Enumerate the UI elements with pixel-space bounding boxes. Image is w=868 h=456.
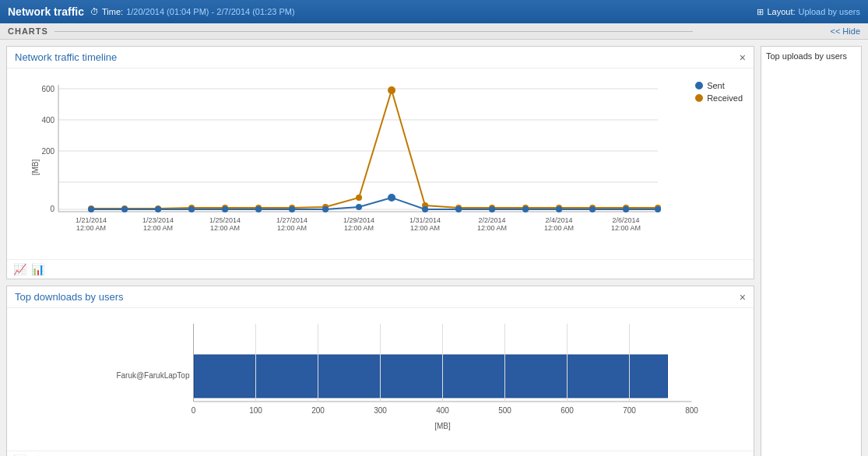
downloads-svg: Faruk@FarukLapTop 0 100 200 300 400 500 … bbox=[12, 316, 749, 440]
layout-link[interactable]: Upload by users bbox=[799, 7, 861, 16]
charts-bar: CHARTS << Hide bbox=[0, 23, 868, 40]
main-layout: Network traffic timeline × [MB] bbox=[0, 40, 868, 456]
right-panel-title: Top uploads by users bbox=[766, 51, 856, 61]
svg-text:2/2/2014: 2/2/2014 bbox=[479, 216, 506, 224]
svg-text:12:00 AM: 12:00 AM bbox=[344, 224, 374, 232]
svg-point-42 bbox=[489, 206, 495, 212]
timeline-chart-title: Network traffic timeline bbox=[15, 51, 117, 63]
svg-text:12:00 AM: 12:00 AM bbox=[544, 224, 574, 232]
hide-link[interactable]: << Hide bbox=[830, 26, 860, 36]
page-title: Network traffic bbox=[8, 5, 84, 18]
svg-text:0: 0 bbox=[192, 406, 196, 415]
bar-chart-container: Faruk@FarukLapTop 0 100 200 300 400 500 … bbox=[12, 313, 749, 446]
downloads-chart-title: Top downloads by users bbox=[15, 291, 123, 303]
svg-point-43 bbox=[522, 206, 529, 212]
svg-text:800: 800 bbox=[685, 406, 698, 415]
svg-point-46 bbox=[623, 206, 629, 212]
charts-area: Network traffic timeline × [MB] bbox=[6, 46, 754, 456]
svg-text:1/27/2014: 1/27/2014 bbox=[276, 216, 307, 224]
timeline-close-button[interactable]: × bbox=[740, 52, 746, 63]
svg-point-44 bbox=[556, 206, 562, 212]
svg-text:12:00 AM: 12:00 AM bbox=[143, 224, 173, 232]
app-header: Network traffic ⏱ Time: 1/20/2014 (01:04… bbox=[0, 0, 868, 23]
svg-text:12:00 AM: 12:00 AM bbox=[410, 224, 440, 232]
svg-text:600: 600 bbox=[561, 406, 574, 415]
header-left: Network traffic ⏱ Time: 1/20/2014 (01:04… bbox=[8, 5, 295, 18]
line-chart-icon[interactable]: 📈 bbox=[13, 263, 26, 275]
svg-text:[MB]: [MB] bbox=[31, 160, 40, 176]
timeline-svg-wrapper: [MB] 600 400 200 bbox=[12, 73, 681, 254]
svg-text:1/31/2014: 1/31/2014 bbox=[409, 216, 441, 224]
timeline-chart-header: Network traffic timeline × bbox=[7, 47, 754, 68]
layout-icon: ⊞ bbox=[757, 7, 764, 17]
svg-text:12:00 AM: 12:00 AM bbox=[611, 224, 641, 232]
svg-text:600: 600 bbox=[41, 85, 54, 93]
time-label: Time: bbox=[102, 7, 123, 16]
svg-point-20 bbox=[356, 195, 362, 201]
sent-label: Sent bbox=[707, 81, 725, 90]
svg-point-40 bbox=[422, 206, 428, 212]
svg-text:500: 500 bbox=[498, 406, 511, 415]
header-right: ⊞ Layout: Upload by users bbox=[757, 7, 860, 17]
svg-text:0: 0 bbox=[51, 205, 55, 213]
bar-chart-icon[interactable]: 📊 bbox=[31, 263, 44, 275]
svg-point-21 bbox=[388, 86, 395, 94]
svg-point-38 bbox=[356, 204, 362, 210]
svg-text:200: 200 bbox=[41, 147, 54, 156]
svg-text:1/21/2014: 1/21/2014 bbox=[76, 216, 107, 224]
layout-label: Layout: bbox=[767, 7, 795, 16]
svg-point-41 bbox=[455, 206, 462, 212]
svg-point-32 bbox=[155, 206, 161, 212]
downloads-chart-header: Top downloads by users × bbox=[7, 286, 754, 308]
legend-sent: Sent bbox=[695, 81, 743, 90]
svg-text:300: 300 bbox=[374, 406, 387, 415]
svg-text:12:00 AM: 12:00 AM bbox=[277, 224, 307, 232]
svg-point-30 bbox=[88, 206, 94, 212]
svg-text:400: 400 bbox=[41, 116, 54, 125]
svg-text:[MB]: [MB] bbox=[434, 422, 451, 430]
timeline-chart-container: [MB] 600 400 200 bbox=[12, 73, 749, 254]
received-label: Received bbox=[707, 93, 743, 103]
received-dot bbox=[695, 94, 703, 102]
sent-dot bbox=[695, 82, 703, 89]
svg-text:12:00 AM: 12:00 AM bbox=[76, 224, 106, 232]
timeline-chart-body: [MB] 600 400 200 bbox=[7, 68, 754, 259]
downloads-chart-card: Top downloads by users × Faruk@FarukLapT… bbox=[6, 286, 754, 456]
svg-text:200: 200 bbox=[311, 406, 325, 415]
charts-section-label: CHARTS bbox=[8, 26, 693, 36]
svg-text:700: 700 bbox=[623, 406, 636, 415]
timeline-chart-footer: 📈 📊 bbox=[7, 259, 754, 279]
svg-text:2/4/2014: 2/4/2014 bbox=[546, 216, 573, 224]
svg-point-47 bbox=[655, 206, 661, 212]
svg-point-34 bbox=[222, 206, 228, 212]
downloads-chart-body: Faruk@FarukLapTop 0 100 200 300 400 500 … bbox=[7, 308, 754, 451]
downloads-close-button[interactable]: × bbox=[740, 292, 746, 303]
svg-point-31 bbox=[121, 206, 128, 212]
svg-point-45 bbox=[589, 206, 596, 212]
svg-text:100: 100 bbox=[249, 406, 262, 415]
timeline-svg: [MB] 600 400 200 bbox=[12, 73, 681, 252]
legend-received: Received bbox=[695, 93, 743, 103]
svg-text:1/23/2014: 1/23/2014 bbox=[142, 216, 174, 224]
svg-text:12:00 AM: 12:00 AM bbox=[477, 224, 507, 232]
svg-text:1/29/2014: 1/29/2014 bbox=[343, 216, 374, 224]
svg-point-39 bbox=[388, 194, 395, 202]
time-range-link[interactable]: 1/20/2014 (01:04 PM) - 2/7/2014 (01:23 P… bbox=[126, 7, 294, 16]
svg-text:Faruk@FarukLapTop: Faruk@FarukLapTop bbox=[116, 371, 190, 380]
svg-point-33 bbox=[188, 206, 195, 212]
svg-text:12:00 AM: 12:00 AM bbox=[210, 224, 240, 232]
header-time: ⏱ Time: 1/20/2014 (01:04 PM) - 2/7/2014 … bbox=[90, 7, 295, 16]
downloads-chart-footer: 📊 🥧 bbox=[7, 451, 754, 456]
svg-text:400: 400 bbox=[436, 406, 449, 415]
svg-text:2/6/2014: 2/6/2014 bbox=[613, 216, 640, 224]
svg-rect-68 bbox=[195, 355, 668, 398]
timeline-legend: Sent Received bbox=[689, 73, 749, 254]
svg-point-37 bbox=[322, 206, 329, 212]
timeline-chart-card: Network traffic timeline × [MB] bbox=[6, 46, 754, 279]
svg-point-35 bbox=[255, 206, 262, 212]
clock-icon: ⏱ bbox=[90, 7, 99, 16]
svg-point-36 bbox=[289, 206, 295, 212]
right-panel: Top uploads by users bbox=[761, 46, 862, 456]
svg-text:1/25/2014: 1/25/2014 bbox=[209, 216, 241, 224]
